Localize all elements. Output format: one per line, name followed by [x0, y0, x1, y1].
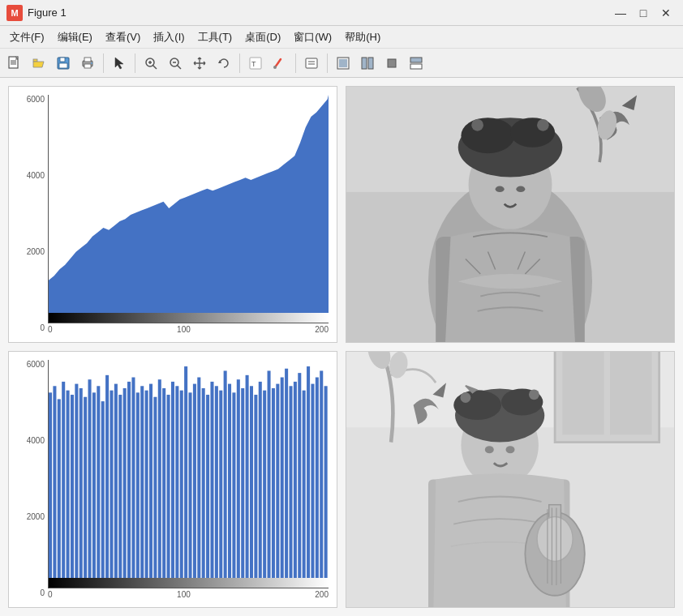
svg-rect-6	[60, 58, 65, 62]
layout1-button[interactable]	[332, 52, 354, 75]
undo-button[interactable]	[213, 52, 235, 75]
svg-rect-54	[75, 384, 78, 578]
zoom-in-button[interactable]	[140, 52, 162, 75]
svg-rect-93	[246, 375, 249, 578]
svg-rect-107	[307, 366, 310, 578]
svg-text:T: T	[251, 60, 256, 68]
svg-rect-76	[171, 382, 174, 578]
window-controls: — □ ✕	[610, 3, 677, 23]
bottom-left-histogram	[48, 360, 329, 588]
svg-rect-81	[193, 384, 196, 578]
separator-3	[239, 53, 240, 73]
svg-point-23	[273, 66, 277, 69]
zoom-out-button[interactable]	[164, 52, 187, 75]
y-label-4000-b: 4000	[27, 436, 45, 445]
svg-rect-73	[158, 379, 161, 578]
minimize-button[interactable]: —	[610, 3, 631, 23]
bottom-left-chart-xaxis: 0 100 200	[48, 360, 329, 599]
svg-rect-100	[276, 384, 279, 578]
pan-button[interactable]	[188, 52, 211, 75]
close-button[interactable]: ✕	[655, 3, 677, 23]
menu-edit[interactable]: 编辑(E)	[51, 27, 99, 48]
menu-insert[interactable]: 插入(I)	[147, 27, 191, 48]
layout2-button[interactable]	[356, 52, 379, 75]
y-label-2000-b: 2000	[27, 512, 45, 521]
svg-rect-91	[237, 379, 240, 578]
svg-rect-101	[281, 378, 284, 578]
x-label-200: 200	[315, 325, 329, 334]
x-label-100-b: 100	[177, 590, 191, 599]
svg-rect-80	[189, 392, 192, 578]
svg-marker-12	[115, 58, 123, 69]
top-right-plot	[346, 86, 675, 343]
svg-rect-82	[197, 378, 200, 578]
svg-rect-32	[410, 58, 422, 62]
separator-5	[327, 53, 328, 73]
svg-line-14	[152, 65, 157, 69]
pointer-button[interactable]	[108, 52, 131, 75]
svg-rect-28	[339, 59, 347, 67]
svg-rect-103	[289, 386, 292, 578]
title-bar: M Figure 1 — □ ✕	[0, 0, 683, 26]
svg-point-124	[485, 446, 494, 453]
content-area: 6000 4000 2000 0	[0, 78, 683, 616]
svg-rect-111	[324, 386, 328, 578]
svg-rect-110	[320, 370, 323, 578]
svg-point-44	[496, 186, 505, 192]
layout4-button[interactable]	[405, 52, 427, 75]
menu-tools[interactable]: 工具(T)	[191, 27, 239, 48]
svg-rect-75	[167, 395, 170, 578]
menu-desktop[interactable]: 桌面(D)	[238, 27, 287, 48]
separator-1	[103, 53, 104, 73]
maximize-button[interactable]: □	[633, 3, 654, 23]
svg-rect-99	[272, 388, 275, 578]
svg-rect-105	[298, 373, 301, 578]
svg-point-120	[453, 390, 501, 420]
svg-rect-109	[316, 378, 319, 578]
svg-rect-74	[162, 388, 165, 578]
svg-rect-9	[84, 58, 91, 62]
menu-help[interactable]: 帮助(H)	[338, 27, 387, 48]
insert-text-button[interactable]: T	[244, 52, 267, 75]
layout3-button[interactable]	[380, 52, 403, 75]
print2-button[interactable]	[300, 52, 323, 75]
svg-rect-85	[210, 382, 213, 578]
svg-point-125	[505, 446, 514, 453]
svg-rect-70	[145, 391, 148, 578]
menu-window[interactable]: 窗口(W)	[287, 27, 338, 48]
svg-rect-66	[127, 382, 131, 578]
svg-rect-63	[114, 384, 118, 578]
svg-rect-88	[224, 370, 227, 578]
svg-rect-55	[79, 388, 83, 578]
x-label-100: 100	[177, 325, 191, 334]
svg-rect-86	[215, 386, 218, 578]
svg-rect-84	[206, 395, 209, 578]
svg-point-42	[471, 119, 483, 131]
bottom-right-image-svg	[346, 352, 674, 607]
svg-rect-7	[59, 63, 67, 68]
svg-rect-87	[219, 391, 222, 578]
save-button[interactable]	[52, 52, 75, 75]
top-left-histogram	[48, 95, 329, 323]
svg-rect-108	[311, 384, 314, 578]
svg-rect-79	[184, 366, 187, 578]
svg-rect-50	[58, 399, 61, 578]
new-file-button[interactable]	[3, 52, 26, 75]
svg-rect-10	[84, 64, 91, 68]
svg-rect-48	[49, 392, 52, 578]
svg-rect-83	[202, 388, 205, 578]
svg-rect-102	[285, 369, 288, 578]
menu-view[interactable]: 查看(V)	[99, 27, 147, 48]
svg-rect-94	[250, 386, 253, 578]
svg-rect-61	[105, 375, 109, 578]
print-button[interactable]	[76, 52, 99, 75]
open-file-button[interactable]	[28, 52, 50, 75]
menu-file[interactable]: 文件(F)	[3, 27, 51, 48]
svg-rect-89	[228, 384, 231, 578]
svg-point-45	[516, 186, 525, 192]
svg-rect-96	[259, 382, 262, 578]
top-right-image	[346, 87, 674, 342]
bottom-right-image	[346, 352, 674, 607]
brush-button[interactable]	[268, 52, 291, 75]
bottom-left-chart-container: 6000 4000 2000 0	[9, 352, 337, 607]
